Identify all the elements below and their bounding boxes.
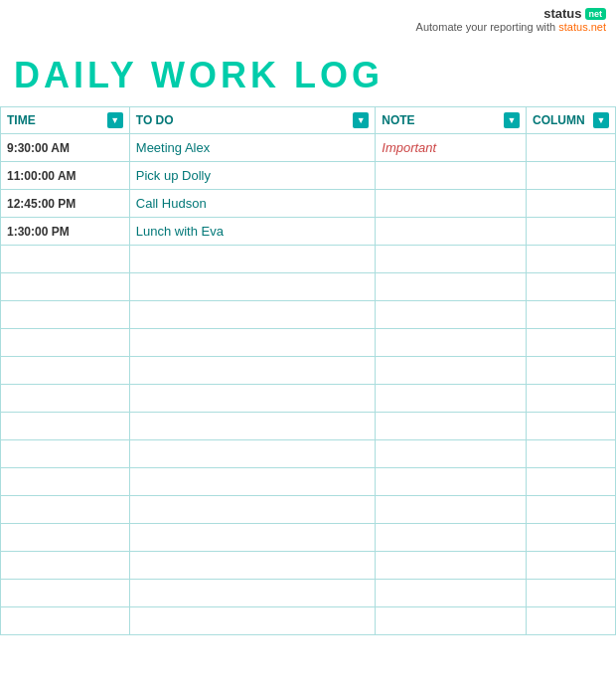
empty-cell bbox=[1, 524, 130, 552]
empty-cell bbox=[376, 301, 527, 329]
empty-cell bbox=[129, 552, 375, 580]
cell-time: 12:45:00 PM bbox=[1, 190, 130, 218]
note-dropdown-arrow[interactable]: ▼ bbox=[504, 112, 520, 128]
table-empty-row bbox=[1, 580, 616, 607]
column-dropdown-arrow[interactable]: ▼ bbox=[593, 112, 609, 128]
cell-note bbox=[376, 218, 527, 246]
empty-cell bbox=[376, 440, 527, 468]
empty-cell bbox=[129, 524, 375, 552]
work-log-table: TIME ▼ TO DO ▼ NOTE ▼ COLUMN ▼ bbox=[0, 106, 616, 635]
empty-cell bbox=[527, 301, 616, 329]
page-title: DAILY WORK LOG bbox=[0, 37, 616, 106]
empty-cell bbox=[376, 357, 527, 385]
table-empty-row bbox=[1, 246, 616, 273]
table-row: 11:00:00 AMPick up Dolly bbox=[1, 162, 616, 190]
table-empty-row bbox=[1, 440, 616, 468]
cell-time: 11:00:00 AM bbox=[1, 162, 130, 190]
empty-cell bbox=[1, 607, 130, 635]
empty-cell bbox=[376, 468, 527, 496]
empty-cell bbox=[129, 580, 375, 607]
empty-cell bbox=[129, 357, 375, 385]
cell-note: Important bbox=[376, 134, 527, 162]
empty-cell bbox=[527, 524, 616, 552]
table-empty-row bbox=[1, 468, 616, 496]
header-column: COLUMN ▼ bbox=[527, 107, 616, 134]
empty-cell bbox=[376, 496, 527, 524]
header-todo: TO DO ▼ bbox=[129, 107, 375, 134]
empty-cell bbox=[527, 357, 616, 385]
cell-column bbox=[527, 190, 616, 218]
cell-note bbox=[376, 162, 527, 190]
empty-cell bbox=[1, 385, 130, 413]
empty-cell bbox=[376, 580, 527, 607]
table-empty-row bbox=[1, 524, 616, 552]
todo-dropdown-arrow[interactable]: ▼ bbox=[353, 112, 369, 128]
empty-cell bbox=[376, 246, 527, 273]
empty-cell bbox=[1, 552, 130, 580]
empty-cell bbox=[376, 329, 527, 357]
empty-cell bbox=[129, 440, 375, 468]
cell-todo: Call Hudson bbox=[129, 190, 375, 218]
empty-cell bbox=[527, 580, 616, 607]
empty-cell bbox=[376, 552, 527, 580]
time-dropdown-arrow[interactable]: ▼ bbox=[107, 112, 123, 128]
empty-cell bbox=[129, 301, 375, 329]
table-empty-row bbox=[1, 496, 616, 524]
table-empty-row bbox=[1, 607, 616, 635]
empty-cell bbox=[1, 413, 130, 440]
cell-todo: Lunch with Eva bbox=[129, 218, 375, 246]
empty-cell bbox=[1, 468, 130, 496]
empty-cell bbox=[376, 413, 527, 440]
empty-cell bbox=[129, 329, 375, 357]
table-row: 9:30:00 AMMeeting AlexImportant bbox=[1, 134, 616, 162]
cell-todo: Meeting Alex bbox=[129, 134, 375, 162]
table-empty-row bbox=[1, 413, 616, 440]
table-empty-row bbox=[1, 357, 616, 385]
table-row: 12:45:00 PMCall Hudson bbox=[1, 190, 616, 218]
empty-cell bbox=[1, 301, 130, 329]
brand-badge: net bbox=[585, 8, 607, 20]
empty-cell bbox=[129, 273, 375, 301]
table-empty-row bbox=[1, 552, 616, 580]
header-note: NOTE ▼ bbox=[376, 107, 527, 134]
empty-cell bbox=[376, 273, 527, 301]
empty-cell bbox=[527, 385, 616, 413]
empty-cell bbox=[1, 580, 130, 607]
header-time: TIME ▼ bbox=[1, 107, 130, 134]
cell-note bbox=[376, 190, 527, 218]
empty-cell bbox=[129, 468, 375, 496]
table-empty-row bbox=[1, 273, 616, 301]
empty-cell bbox=[129, 385, 375, 413]
empty-cell bbox=[527, 607, 616, 635]
empty-cell bbox=[527, 496, 616, 524]
empty-cell bbox=[527, 468, 616, 496]
empty-cell bbox=[376, 385, 527, 413]
empty-cell bbox=[1, 246, 130, 273]
table-row: 1:30:00 PMLunch with Eva bbox=[1, 218, 616, 246]
empty-cell bbox=[129, 607, 375, 635]
cell-column bbox=[527, 134, 616, 162]
empty-cell bbox=[527, 440, 616, 468]
empty-cell bbox=[129, 413, 375, 440]
brand-name: status bbox=[543, 6, 581, 21]
table-header-row: TIME ▼ TO DO ▼ NOTE ▼ COLUMN ▼ bbox=[1, 107, 616, 134]
empty-cell bbox=[527, 246, 616, 273]
empty-cell bbox=[129, 246, 375, 273]
empty-cell bbox=[1, 440, 130, 468]
empty-cell bbox=[1, 329, 130, 357]
cell-column bbox=[527, 162, 616, 190]
tagline-link[interactable]: status.net bbox=[558, 21, 606, 33]
tagline: Automate your reporting with status.net bbox=[10, 21, 606, 33]
table-empty-row bbox=[1, 385, 616, 413]
empty-cell bbox=[527, 329, 616, 357]
cell-column bbox=[527, 218, 616, 246]
empty-cell bbox=[129, 496, 375, 524]
table-empty-row bbox=[1, 329, 616, 357]
top-bar: status net Automate your reporting with … bbox=[0, 0, 616, 37]
cell-time: 9:30:00 AM bbox=[1, 134, 130, 162]
empty-cell bbox=[376, 607, 527, 635]
table-empty-row bbox=[1, 301, 616, 329]
brand-line: status net bbox=[543, 6, 606, 21]
empty-cell bbox=[527, 413, 616, 440]
empty-cell bbox=[1, 496, 130, 524]
